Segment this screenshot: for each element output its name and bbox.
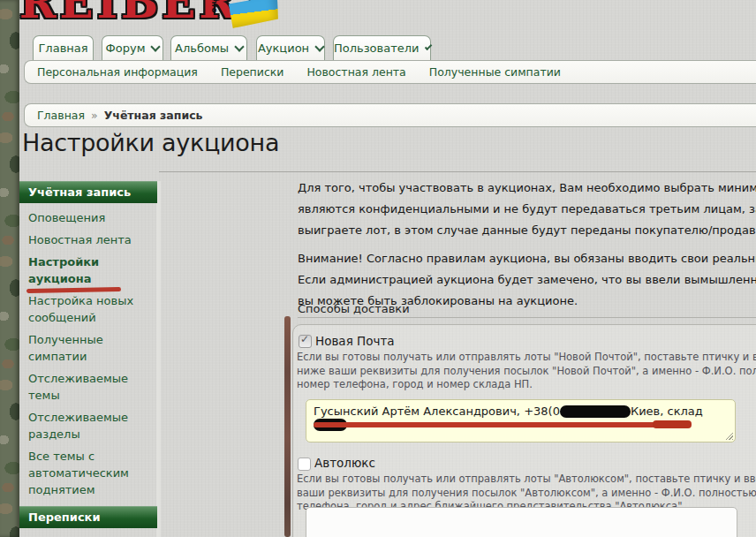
sidebar-item-label: Настройки аукциона: [28, 255, 99, 285]
breadcrumb-separator: »: [91, 109, 98, 122]
chevron-down-icon: [151, 42, 161, 51]
sidebar-item-likes-received[interactable]: Полученные симпатии: [19, 329, 157, 367]
subnav-item-personal-info[interactable]: Персональная информация: [37, 65, 198, 79]
autolux-label[interactable]: Автолюкс: [314, 456, 375, 470]
intro-text: Для того, чтобы участвовать в аукционах,…: [298, 178, 756, 312]
sidebar-item-new-message-settings[interactable]: Настройка новых сообщений: [19, 290, 157, 329]
intro-line: Внимание! Согласно правилам аукциона, вы…: [298, 248, 756, 269]
sidebar-header-conversations: Переписки: [19, 506, 157, 528]
tab-label: Форум: [106, 42, 146, 55]
nova-poshta-label[interactable]: Новая Почта: [315, 334, 395, 348]
sidebar-item-auto-bump-threads[interactable]: Все темы с автоматическим поднятием: [19, 445, 157, 501]
tab-main[interactable]: Главная: [33, 35, 94, 60]
sidebar-item-watched-threads[interactable]: Отслеживаемые темы: [19, 367, 157, 406]
camo-background-strip: [0, 0, 19, 537]
tab-label: Альбомы: [175, 42, 229, 55]
tab-forum[interactable]: Форум: [102, 35, 163, 60]
intro-line: Если администрацией аукциона будет замеч…: [298, 269, 756, 291]
sidebar-item-alerts[interactable]: Оповещения: [19, 207, 157, 229]
red-marker-underline-long: [314, 422, 689, 427]
intro-line: Для того, чтобы участвовать в аукционах,…: [298, 178, 756, 199]
breadcrumb-home-link[interactable]: Главная: [37, 109, 85, 122]
sidebar-account-list: Оповещения Новостная лента Настройки аук…: [19, 203, 157, 506]
tab-label: Аукцион: [258, 42, 309, 55]
breadcrumb: Главная » Учётная запись: [24, 103, 756, 127]
intro-line: являются конфиденциальными и не будут пе…: [298, 199, 756, 220]
tab-label: Главная: [38, 42, 87, 55]
red-marker-underline-overlay: [653, 420, 692, 428]
help-line: Если вы готовы получать или отправлять л…: [297, 351, 756, 365]
delivery-section-divider: [298, 317, 756, 318]
help-line: номер телефона, город и номер склада НП.: [297, 378, 756, 392]
intro-line: выиграете лот, в этом случае данные буду…: [298, 220, 756, 241]
tab-albums[interactable]: Альбомы: [170, 35, 247, 60]
red-marker-vertical-line: [284, 316, 291, 537]
recipient-value-prefix: Гусынский Артём Александрович, +38(0: [314, 405, 560, 418]
logo-suffix: info: [210, 0, 219, 13]
sidebar-header-account: Учётная запись: [19, 181, 157, 203]
page: REIBERT info Главная Форум Альбомы Аукци…: [0, 0, 756, 537]
sidebar: Учётная запись Оповещения Новостная лент…: [19, 181, 157, 537]
recipient-value-middle: Киев, склад: [631, 405, 703, 418]
chevron-down-icon: [234, 42, 244, 51]
chevron-down-icon: [314, 42, 324, 51]
textarea-resize-handle[interactable]: [725, 432, 733, 440]
nova-poshta-help: Если вы готовы получать или отправлять л…: [297, 351, 756, 392]
sidebar-item-view-conversation[interactable]: Просмотр переписки: [19, 532, 157, 537]
sidebar-item-auction-settings[interactable]: Настройки аукциона: [19, 251, 157, 290]
nova-poshta-checkbox[interactable]: ✓: [299, 335, 312, 348]
delivery-section-label: Способы доставки: [298, 302, 410, 315]
subnav-item-conversations[interactable]: Переписки: [221, 65, 284, 79]
tab-auction[interactable]: Аукцион: [256, 35, 325, 60]
breadcrumb-current: Учётная запись: [104, 109, 203, 122]
tab-users[interactable]: Пользователи: [333, 35, 431, 60]
help-line: ниже ваши реквизиты для получения посыло…: [297, 365, 756, 379]
paragraph-gap: [298, 241, 756, 248]
subnav-bar: Персональная информация Переписки Новост…: [24, 60, 756, 84]
sidebar-conversations-list: Просмотр переписки: [19, 528, 157, 537]
content-top-divider: [159, 171, 756, 172]
site-logo[interactable]: REIBERT info: [19, 0, 275, 29]
sidebar-item-watched-forums[interactable]: Отслеживаемые разделы: [19, 406, 157, 445]
sidebar-item-news-feed[interactable]: Новостная лента: [19, 229, 157, 251]
nova-poshta-textarea[interactable]: Гусынский Артём Александрович, +38(0Киев…: [306, 399, 736, 442]
autolux-textarea[interactable]: [306, 507, 737, 537]
help-line: ваши реквизиты для получения посылок "Ав…: [297, 487, 756, 501]
chevron-down-icon: [424, 42, 432, 50]
tab-label: Пользователи: [334, 42, 420, 55]
delivery-methods-box: ✓ Новая Почта Если вы готовы получать ил…: [292, 324, 756, 537]
help-line: Если вы готовы получать или отправлять л…: [297, 473, 756, 487]
subnav-item-news-feed[interactable]: Новостная лента: [306, 65, 405, 79]
page-title: Настройки аукциона: [22, 129, 279, 156]
checkmark-icon: ✓: [300, 333, 309, 345]
redaction-phone: [560, 405, 631, 418]
autolux-checkbox[interactable]: [298, 458, 311, 471]
subnav-item-likes-received[interactable]: Полученные симпатии: [429, 65, 561, 79]
